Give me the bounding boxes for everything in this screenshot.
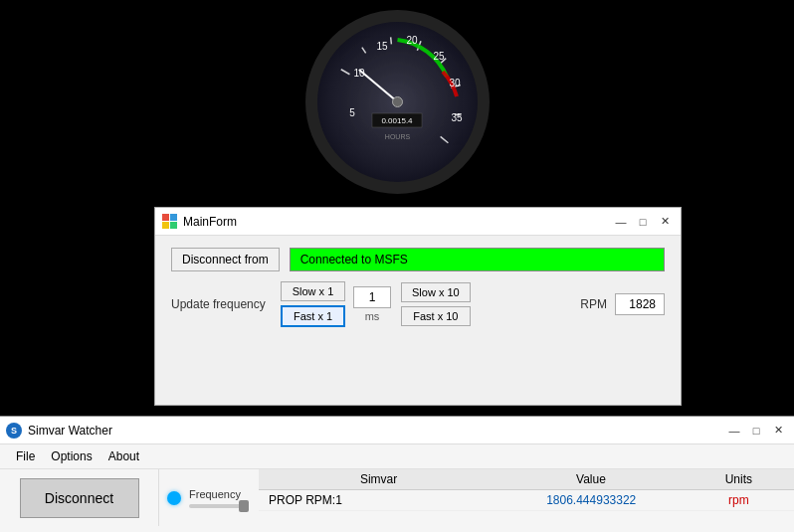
svg-text:30: 30 <box>449 78 461 89</box>
simvar-body: Disconnect Frequency Simvar Value Units … <box>0 469 794 526</box>
frequency-slider[interactable] <box>189 504 249 508</box>
main-form-icon <box>161 214 177 230</box>
frequency-label: Frequency <box>189 488 249 500</box>
minimize-button[interactable]: — <box>611 212 631 232</box>
slow-x10-button[interactable]: Slow x 10 <box>401 282 471 302</box>
simvar-maximize-button[interactable]: □ <box>746 421 766 441</box>
simvar-icon: S <box>6 423 22 439</box>
tachometer-gauge: 5 10 15 20 25 30 35 0.0015.4 HOURS <box>305 10 490 194</box>
update-frequency-label: Update frequency <box>171 297 281 311</box>
ms-input-group: ms <box>353 286 391 322</box>
svg-text:20: 20 <box>406 35 418 46</box>
cell-units: rpm <box>684 493 794 507</box>
svg-line-1 <box>361 48 365 54</box>
header-value: Value <box>498 472 684 486</box>
maximize-button[interactable]: □ <box>633 212 653 232</box>
simvar-minimize-button[interactable]: — <box>724 421 744 441</box>
data-table: Simvar Value Units PROP RPM:1 1806.44493… <box>259 469 794 526</box>
menu-file[interactable]: File <box>8 447 43 465</box>
rpm-label: RPM <box>580 297 607 311</box>
frequency-section: Frequency <box>159 469 259 526</box>
menu-options[interactable]: Options <box>43 447 99 465</box>
svg-text:15: 15 <box>376 41 388 52</box>
connection-status: Connected to MSFS <box>290 248 665 271</box>
ms-input[interactable] <box>353 286 391 308</box>
table-row: PROP RPM:1 1806.444933322 rpm <box>259 490 794 511</box>
svg-line-18 <box>358 70 397 101</box>
ms-label: ms <box>365 310 380 322</box>
disconnect-from-button[interactable]: Disconnect from <box>171 248 280 271</box>
slow-x1-button[interactable]: Slow x 1 <box>281 281 345 301</box>
simvar-watcher-window: S Simvar Watcher — □ ✕ File Options Abou… <box>0 416 794 532</box>
frequency-indicator <box>167 491 181 505</box>
disconnect-section: Disconnect <box>0 469 159 526</box>
frequency-slider-area: Frequency <box>189 488 249 508</box>
rpm-area: RPM 1828 <box>580 293 665 315</box>
header-units: Units <box>684 472 794 486</box>
main-form-titlebar: MainForm — □ ✕ <box>155 208 681 236</box>
main-form-title: MainForm <box>183 215 237 229</box>
cell-value: 1806.444933322 <box>499 493 684 507</box>
cell-simvar: PROP RPM:1 <box>259 493 499 507</box>
fast-x10-button[interactable]: Fast x 10 <box>401 306 471 326</box>
svg-point-19 <box>392 97 402 107</box>
fast-x1-button[interactable]: Fast x 1 <box>281 305 345 327</box>
svg-text:35: 35 <box>451 112 463 123</box>
titlebar-controls: — □ ✕ <box>611 212 675 232</box>
rpm-value: 1828 <box>615 293 665 315</box>
simvar-close-button[interactable]: ✕ <box>768 421 788 441</box>
menu-about[interactable]: About <box>100 447 147 465</box>
simvar-titlebar: S Simvar Watcher — □ ✕ <box>0 417 794 444</box>
main-form-window: MainForm — □ ✕ Disconnect from Connected… <box>154 207 682 406</box>
simvar-title: Simvar Watcher <box>28 424 112 438</box>
svg-text:25: 25 <box>433 51 445 62</box>
close-button[interactable]: ✕ <box>655 212 675 232</box>
tachometer-area: 5 10 15 20 25 30 35 0.0015.4 HOURS <box>0 0 794 204</box>
header-simvar: Simvar <box>259 472 498 486</box>
table-header: Simvar Value Units <box>259 469 794 490</box>
simvar-menubar: File Options About <box>0 444 794 469</box>
frequency-slider-thumb <box>239 500 249 512</box>
svg-line-0 <box>340 70 349 75</box>
left-freq-buttons: Slow x 1 Fast x 1 <box>281 281 345 327</box>
svg-line-2 <box>390 37 391 44</box>
svg-text:5: 5 <box>349 107 355 118</box>
right-freq-buttons: Slow x 10 Fast x 10 <box>401 282 471 326</box>
svg-text:HOURS: HOURS <box>384 133 410 140</box>
svg-line-7 <box>440 136 448 142</box>
svg-text:0.0015.4: 0.0015.4 <box>381 116 413 125</box>
disconnect-button[interactable]: Disconnect <box>20 478 139 518</box>
